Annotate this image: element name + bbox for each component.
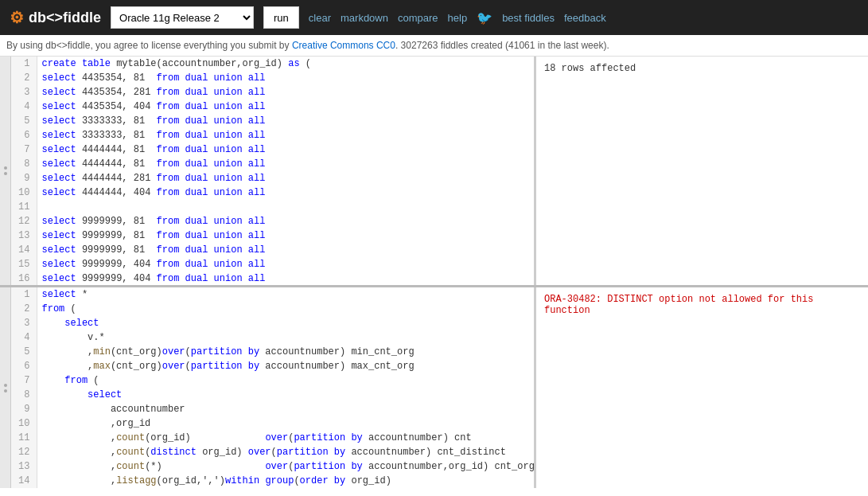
code-content[interactable]: select 3333333, 81 from dual union all — [37, 128, 534, 143]
table-row: 5 ,min(cnt_org)over(partition by account… — [11, 345, 534, 359]
table-row: 2from ( — [11, 302, 534, 316]
compare-link[interactable]: compare — [398, 12, 438, 24]
best-fiddles-link[interactable]: best fiddles — [502, 12, 555, 24]
code-content[interactable]: from ( — [37, 373, 534, 388]
panel-2: 1select *2from (3 select4 v.*5 ,min(cnt_… — [0, 287, 868, 488]
line-number: 9 — [11, 402, 37, 416]
logo-text: db<>fiddle — [29, 10, 101, 26]
code-content[interactable]: ,max(cnt_org)over(partition by accountnu… — [37, 359, 534, 373]
line-number: 4 — [11, 330, 37, 345]
line-number: 15 — [11, 257, 37, 271]
panel1-editor[interactable]: 1create table mytable(accountnumber,org_… — [11, 57, 534, 285]
table-row: 7 from ( — [11, 373, 534, 388]
line-number: 13 — [11, 228, 37, 243]
table-row: 10 ,org_id — [11, 416, 534, 431]
line-number: 3 — [11, 316, 37, 330]
gutter-dot-3 — [4, 384, 7, 387]
code-content[interactable]: create table mytable(accountnumber,org_i… — [37, 57, 534, 71]
code-content[interactable]: ,min(cnt_org)over(partition by accountnu… — [37, 345, 534, 359]
code-content[interactable]: select 9999999, 81 from dual union all — [37, 228, 534, 243]
panel2-gutter[interactable] — [0, 287, 11, 488]
panel2-editor[interactable]: 1select *2from (3 select4 v.*5 ,min(cnt_… — [11, 287, 534, 488]
code-content[interactable]: ,count(org_id) over(partition by account… — [37, 431, 534, 445]
twitter-icon[interactable]: 🐦 — [477, 10, 492, 25]
table-row: 3select 4435354, 281 from dual union all — [11, 85, 534, 100]
code-content[interactable]: select 9999999, 404 from dual union all — [37, 271, 534, 285]
code-content[interactable]: select 3333333, 81 from dual union all — [37, 114, 534, 128]
code-content[interactable]: ,count(distinct org_id) over(partition b… — [37, 445, 534, 459]
code-content[interactable]: select 9999999, 404 from dual union all — [37, 257, 534, 271]
line-number: 14 — [11, 243, 37, 257]
code-table-1: 1create table mytable(accountnumber,org_… — [11, 57, 534, 285]
table-row: 12select 9999999, 81 from dual union all — [11, 214, 534, 228]
line-number: 8 — [11, 388, 37, 402]
code-content[interactable]: select 4435354, 404 from dual union all — [37, 100, 534, 114]
line-number: 3 — [11, 85, 37, 100]
line-number: 8 — [11, 157, 37, 171]
license-bar: By using db<>fiddle, you agree to licens… — [0, 35, 868, 57]
license-text-before: By using db<>fiddle, you agree to licens… — [6, 40, 292, 51]
line-number: 10 — [11, 186, 37, 200]
table-row: 6 ,max(cnt_org)over(partition by account… — [11, 359, 534, 373]
code-content[interactable]: select 4444444, 281 from dual union all — [37, 171, 534, 186]
code-content[interactable]: select 4435354, 81 from dual union all — [37, 71, 534, 85]
clear-link[interactable]: clear — [309, 12, 331, 24]
code-content[interactable]: select 4444444, 81 from dual union all — [37, 143, 534, 157]
gutter-dot-1 — [4, 166, 7, 170]
code-content[interactable]: select 4444444, 404 from dual union all — [37, 186, 534, 200]
table-row: 6select 3333333, 81 from dual union all — [11, 128, 534, 143]
table-row: 12 ,count(distinct org_id) over(partitio… — [11, 445, 534, 459]
license-text-after: . 3027263 fiddles created (41061 in the … — [395, 40, 609, 51]
help-link[interactable]: help — [448, 12, 468, 24]
table-row: 16select 9999999, 404 from dual union al… — [11, 271, 534, 285]
code-content[interactable]: ,org_id — [37, 416, 534, 431]
database-select[interactable]: Oracle 11g Release 2Oracle 12cOracle 18c… — [111, 6, 254, 29]
feedback-link[interactable]: feedback — [564, 12, 606, 24]
code-content[interactable]: select — [37, 316, 534, 330]
panel1-result-text: 18 rows affected — [544, 63, 636, 74]
code-content[interactable]: from ( — [37, 302, 534, 316]
code-content[interactable]: ,count(*) over(partition by accountnumbe… — [37, 459, 534, 474]
line-number: 11 — [11, 200, 37, 214]
markdown-link[interactable]: markdown — [341, 12, 388, 24]
header: ⚙ db<>fiddle Oracle 11g Release 2Oracle … — [0, 0, 868, 35]
table-row: 13 ,count(*) over(partition by accountnu… — [11, 459, 534, 474]
table-row: 5select 3333333, 81 from dual union all — [11, 114, 534, 128]
line-number: 7 — [11, 373, 37, 388]
code-content[interactable]: select 4444444, 81 from dual union all — [37, 157, 534, 171]
table-row: 15select 9999999, 404 from dual union al… — [11, 257, 534, 271]
code-content[interactable]: v.* — [37, 330, 534, 345]
run-button[interactable]: run — [263, 6, 299, 29]
panel2-result-error: ORA-30482: DISTINCT option not allowed f… — [544, 294, 813, 316]
code-content[interactable]: ,listagg(org_id,',')within group(order b… — [37, 474, 534, 488]
table-row: 4 v.* — [11, 330, 534, 345]
line-number: 10 — [11, 416, 37, 431]
line-number: 6 — [11, 359, 37, 373]
gutter-dot-2 — [4, 172, 7, 175]
table-row: 13select 9999999, 81 from dual union all — [11, 228, 534, 243]
line-number: 11 — [11, 431, 37, 445]
table-row: 1select * — [11, 287, 534, 302]
line-number: 9 — [11, 171, 37, 186]
code-content[interactable]: select * — [37, 287, 534, 302]
code-content[interactable] — [37, 200, 534, 214]
code-content[interactable]: select 4435354, 281 from dual union all — [37, 85, 534, 100]
panel1-gutter[interactable] — [0, 57, 11, 285]
line-number: 14 — [11, 474, 37, 488]
table-row: 2select 4435354, 81 from dual union all — [11, 71, 534, 85]
line-number: 7 — [11, 143, 37, 157]
table-row: 3 select — [11, 316, 534, 330]
table-row: 4select 4435354, 404 from dual union all — [11, 100, 534, 114]
code-content[interactable]: select — [37, 388, 534, 402]
table-row: 9select 4444444, 281 from dual union all — [11, 171, 534, 186]
line-number: 13 — [11, 459, 37, 474]
license-link[interactable]: Creative Commons CC0 — [292, 40, 395, 51]
line-number: 5 — [11, 345, 37, 359]
gutter-dot-4 — [4, 389, 7, 393]
code-content[interactable]: select 9999999, 81 from dual union all — [37, 243, 534, 257]
code-content[interactable]: select 9999999, 81 from dual union all — [37, 214, 534, 228]
code-table-2: 1select *2from (3 select4 v.*5 ,min(cnt_… — [11, 287, 534, 488]
code-content[interactable]: accountnumber — [37, 402, 534, 416]
logo[interactable]: ⚙ db<>fiddle — [10, 8, 101, 27]
line-number: 12 — [11, 214, 37, 228]
